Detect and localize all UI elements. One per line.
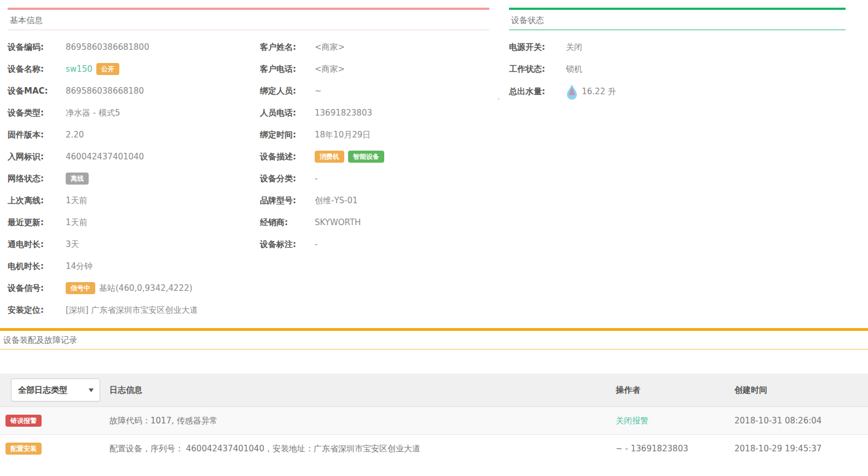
close-alarm-link[interactable]: 关闭报警: [616, 416, 649, 426]
field-value-text: 3天: [66, 239, 79, 250]
field-label: 设备类型:: [8, 108, 66, 118]
field-label: 电源开关:: [509, 42, 566, 53]
field-value-text: 16.22 升: [582, 87, 616, 97]
field-value-text: 1天前: [66, 196, 88, 206]
log-type-filter-value: 全部日志类型: [18, 385, 67, 395]
field-value: 1天前: [66, 217, 88, 228]
field-label: 网络状态:: [8, 174, 66, 184]
field-label: 上次离线:: [8, 196, 66, 206]
field-row: 安装定位:[深圳] 广东省深圳市宝安区创业大道: [8, 303, 260, 317]
field-row: 品牌型号:创维-YS-01: [260, 193, 489, 208]
basic-info-left-column: 设备编码:8695860386681800设备名称:sw150公开设备MAC:8…: [8, 40, 260, 325]
operator-text: ~ - 13691823803: [610, 444, 729, 454]
device-status-panel: 设备状态 电源开关:关闭工作状态:锁机总出水量:16.22 升: [509, 8, 846, 107]
offline-badge: 离线: [66, 173, 89, 185]
public-badge: 公开: [96, 63, 119, 75]
field-value: 锁机: [566, 64, 582, 74]
field-value: [深圳] 广东省深圳市宝安区创业大道: [66, 305, 198, 316]
log-message: 故障代码：1017, 传感器异常: [104, 416, 610, 426]
field-row: 工作状态:锁机: [509, 62, 846, 76]
field-value: ~: [315, 86, 322, 96]
field-row: 客户电话:<商家>: [260, 62, 489, 76]
water-drop-icon: [566, 84, 578, 100]
column-header-log-info: 日志信息: [104, 385, 610, 395]
field-label: 设备描述:: [260, 152, 315, 162]
field-label: 人员电话:: [260, 108, 315, 118]
field-label: 电机时长:: [8, 261, 66, 272]
field-row: 设备信号:信号中基站(460,0,9342,4222): [8, 281, 260, 295]
field-value-text: -: [315, 174, 317, 183]
device-name-link[interactable]: sw150: [66, 64, 92, 74]
field-value: 18年10月29日: [315, 130, 371, 140]
field-label: 安装定位:: [8, 305, 66, 316]
field-row: 人员电话:13691823803: [260, 106, 489, 120]
field-value: 8695860386681800: [66, 42, 149, 52]
field-value-text: 2.20: [66, 130, 84, 140]
log-table: 全部日志类型 ▼ 日志信息 操作者 创建时间 错误报警故障代码：1017, 传感…: [0, 374, 868, 462]
field-label: 客户电话:: [260, 64, 315, 74]
top-panels: 基本信息 设备编码:8695860386681800设备名称:sw150公开设备…: [0, 0, 868, 325]
field-value-text: 13691823803: [315, 108, 372, 118]
field-value-text: 净水器 - 模式5: [66, 108, 120, 118]
basic-info-panel: 基本信息 设备编码:8695860386681800设备名称:sw150公开设备…: [8, 8, 489, 325]
field-row: 绑定人员:~: [260, 84, 489, 98]
log-table-row: 配置安装配置设备，序列号： 460042437401040，安装地址：广东省深圳…: [0, 435, 868, 462]
field-value: 16.22 升: [566, 84, 616, 100]
field-value: 净水器 - 模式5: [66, 108, 120, 118]
field-value: <商家>: [315, 42, 345, 53]
consumer-machine-badge: 消费机: [315, 151, 344, 163]
field-value-text: [深圳] 广东省深圳市宝安区创业大道: [66, 305, 198, 316]
field-label: 绑定时间:: [260, 130, 315, 140]
field-label: 客户姓名:: [260, 42, 315, 53]
chevron-down-icon: ▼: [89, 387, 94, 393]
fault-log-title: 设备装配及故障记录: [0, 331, 868, 349]
field-value: -: [315, 239, 317, 249]
field-row: 客户姓名:<商家>: [260, 40, 489, 54]
field-label: 绑定人员:: [260, 86, 315, 96]
field-value: 14分钟: [66, 261, 92, 272]
field-value-text: SKYWORTH: [315, 217, 361, 227]
field-label: 设备名称:: [8, 64, 66, 74]
log-table-header: 全部日志类型 ▼ 日志信息 操作者 创建时间: [0, 374, 868, 407]
field-value: 信号中基站(460,0,9342,4222): [66, 282, 193, 294]
basic-info-title: 基本信息: [8, 10, 489, 30]
field-value-text: 18年10月29日: [315, 130, 371, 140]
field-value-text: <商家>: [315, 64, 345, 74]
field-value: 3天: [66, 239, 79, 250]
field-label: 固件版本:: [8, 130, 66, 140]
field-row: 设备名称:sw150公开: [8, 62, 260, 76]
field-row: 入网标识:460042437401040: [8, 150, 260, 164]
field-value-text: 869586038668180: [66, 86, 144, 96]
created-time: 2018-10-31 08:26:04: [729, 416, 868, 426]
smart-device-badge: 智能设备: [348, 151, 384, 163]
field-value: 2.20: [66, 130, 84, 140]
log-type-filter-dropdown[interactable]: 全部日志类型 ▼: [11, 378, 100, 402]
field-label: 设备分类:: [260, 174, 315, 184]
field-value: -: [315, 174, 317, 183]
field-label: 设备标注:: [260, 239, 315, 250]
log-message: 配置设备，序列号： 460042437401040，安装地址：广东省深圳市宝安区…: [104, 444, 610, 454]
field-row: 上次离线:1天前: [8, 193, 260, 208]
field-value: sw150公开: [66, 63, 119, 75]
field-label: 经销商:: [260, 217, 315, 228]
field-value-text: 1天前: [66, 217, 88, 228]
field-value: 创维-YS-01: [315, 196, 358, 206]
field-value: 离线: [66, 173, 89, 185]
field-label: 通电时长:: [8, 239, 66, 250]
field-row: 经销商:SKYWORTH: [260, 215, 489, 230]
log-rows: 错误报警故障代码：1017, 传感器异常关闭报警2018-10-31 08:26…: [0, 407, 868, 462]
column-header-created-time: 创建时间: [729, 385, 868, 395]
error-alarm-badge: 错误报警: [5, 415, 42, 427]
field-value-text: 基站(460,0,9342,4222): [99, 283, 193, 294]
field-row: 最近更新:1天前: [8, 215, 260, 230]
device-status-title: 设备状态: [509, 10, 846, 30]
basic-info-middle-column: 客户姓名:<商家>客户电话:<商家>绑定人员:~人员电话:13691823803…: [260, 40, 489, 325]
field-label: 设备信号:: [8, 283, 66, 294]
field-label: 品牌型号:: [260, 196, 315, 206]
field-row: 设备编码:8695860386681800: [8, 40, 260, 54]
field-value-text: -: [315, 239, 317, 249]
field-value: 460042437401040: [66, 152, 144, 162]
field-row: 电源开关:关闭: [509, 40, 846, 54]
field-row: 设备分类:-: [260, 171, 489, 186]
field-row: 固件版本:2.20: [8, 128, 260, 142]
